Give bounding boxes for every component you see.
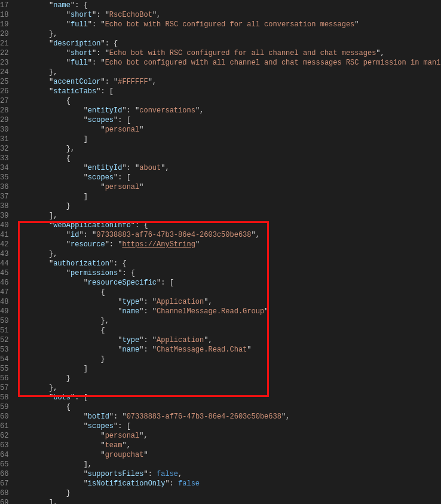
code-line[interactable]: { [14, 402, 441, 412]
json-punct: ], [49, 499, 57, 504]
code-line[interactable]: ], [14, 211, 441, 221]
code-line[interactable]: }, [14, 144, 441, 154]
code-editor[interactable]: 1718192021222324252627282930313233343536… [0, 0, 441, 504]
json-key: scopes [88, 116, 114, 124]
json-punct: " [152, 346, 157, 354]
json-string: Application [157, 336, 204, 344]
json-punct: " [84, 164, 88, 172]
json-punct [14, 106, 83, 115]
code-line[interactable]: "team", [14, 441, 441, 450]
code-line[interactable]: "description": { [14, 39, 441, 48]
code-line[interactable]: ], [14, 498, 441, 504]
code-line[interactable]: "accentColor": "#FFFFFF", [14, 77, 441, 87]
code-line[interactable]: "full": "Echo bot with RSC configured fo… [14, 20, 441, 29]
json-string: https://AnyString [122, 240, 195, 249]
code-line[interactable]: }, [14, 29, 441, 39]
json-key: id [71, 231, 79, 239]
code-line[interactable]: "personal" [14, 125, 441, 135]
code-line[interactable]: "scopes": [ [14, 173, 441, 182]
code-line[interactable]: { [14, 326, 441, 335]
code-line[interactable]: "botId": "07338883-af76-47b3-86e4-2603c5… [14, 412, 441, 421]
code-line[interactable]: } [14, 488, 441, 498]
code-line[interactable]: "short": "Echo bot with RSC configured f… [14, 48, 441, 58]
json-key: isNotificationOnly [88, 479, 166, 488]
line-number: 47 [0, 288, 8, 297]
code-line[interactable]: { [14, 154, 441, 163]
code-line[interactable]: "type": "Application", [14, 335, 441, 345]
code-line[interactable]: "entityId": "about", [14, 163, 441, 173]
code-line[interactable]: "scopes": [ [14, 115, 441, 125]
json-key: resource [71, 240, 105, 249]
json-key: name [122, 346, 139, 354]
code-line[interactable]: }, [14, 249, 441, 259]
code-line[interactable]: ] [14, 192, 441, 201]
json-punct [14, 126, 100, 134]
line-number: 39 [0, 211, 8, 221]
json-punct: ": { [100, 39, 118, 48]
code-line[interactable]: } [14, 201, 441, 211]
code-line[interactable]: { [14, 96, 441, 106]
code-line[interactable]: ] [14, 364, 441, 374]
json-punct [14, 393, 49, 402]
code-line[interactable]: }, [14, 383, 441, 393]
line-number: 17 [0, 1, 8, 10]
json-key: short [71, 49, 92, 57]
json-punct: " [105, 49, 109, 57]
code-line[interactable]: ] [14, 135, 441, 144]
code-line[interactable]: }, [14, 68, 441, 77]
json-punct: ], [84, 460, 92, 469]
code-line[interactable]: "permissions": { [14, 268, 441, 278]
code-line[interactable]: "groupchat" [14, 450, 441, 460]
json-string: 07338883-af76-47b3-86e4-2603c50be638 [127, 413, 281, 421]
json-punct: " [66, 269, 71, 277]
json-string: #FFFFFF [118, 78, 148, 86]
json-punct: " [66, 11, 71, 19]
code-line[interactable]: "full": "Echo bot configured with all ch… [14, 58, 441, 68]
code-line[interactable]: "name": { [14, 1, 441, 10]
json-key: name [53, 1, 71, 10]
code-line[interactable]: "name": "ChatMessage.Read.Chat" [14, 345, 441, 355]
code-line[interactable]: "resource": "https://AnyString" [14, 240, 441, 249]
code-line[interactable]: "authorization": { [14, 259, 441, 268]
code-line[interactable]: "type": "Application", [14, 297, 441, 307]
json-punct: ", [122, 441, 130, 450]
json-key: name [122, 307, 139, 316]
json-string: Echo bot with RSC configured for all con… [105, 20, 355, 29]
code-line[interactable]: { [14, 288, 441, 297]
json-key: scopes [88, 173, 114, 182]
code-area[interactable]: "name": { "short": "RscEchoBot", "full":… [14, 1, 441, 504]
code-line[interactable]: "id": "07338883-af76-47b3-86e4-2603c50be… [14, 230, 441, 240]
code-line[interactable]: ], [14, 460, 441, 469]
json-punct: { [100, 326, 105, 335]
code-line[interactable]: "scopes": [ [14, 421, 441, 431]
json-punct: " [195, 240, 200, 249]
json-punct: " [66, 231, 71, 239]
code-line[interactable]: "supportsFiles": false, [14, 469, 441, 479]
code-line[interactable]: "personal" [14, 182, 441, 192]
code-line[interactable]: "resourceSpecific": [ [14, 278, 441, 288]
code-line[interactable]: } [14, 355, 441, 364]
line-number: 45 [0, 268, 8, 278]
code-line[interactable]: "entityId": "conversations", [14, 106, 441, 115]
json-punct: { [66, 97, 71, 105]
code-line[interactable]: } [14, 374, 441, 383]
line-number: 63 [0, 441, 8, 450]
json-punct: " [100, 432, 105, 440]
code-line[interactable]: "short": "RscEchoBot", [14, 10, 441, 20]
json-punct: ": [ [157, 279, 174, 287]
code-line[interactable]: }, [14, 316, 441, 326]
json-punct [14, 116, 83, 124]
code-line[interactable]: "personal", [14, 431, 441, 441]
json-punct [14, 269, 66, 277]
json-punct [14, 298, 118, 306]
line-number: 32 [0, 144, 8, 154]
code-line[interactable]: "name": "ChannelMessage.Read.Group" [14, 307, 441, 316]
json-punct [14, 173, 83, 182]
code-line[interactable]: "bots": [ [14, 393, 441, 402]
json-key: type [122, 298, 139, 306]
code-line[interactable]: "staticTabs": [ [14, 87, 441, 96]
json-key: resourceSpecific [88, 279, 157, 287]
json-punct: { [100, 288, 105, 297]
code-line[interactable]: "isNotificationOnly": false [14, 479, 441, 488]
code-line[interactable]: "webApplicationInfo": { [14, 221, 441, 230]
